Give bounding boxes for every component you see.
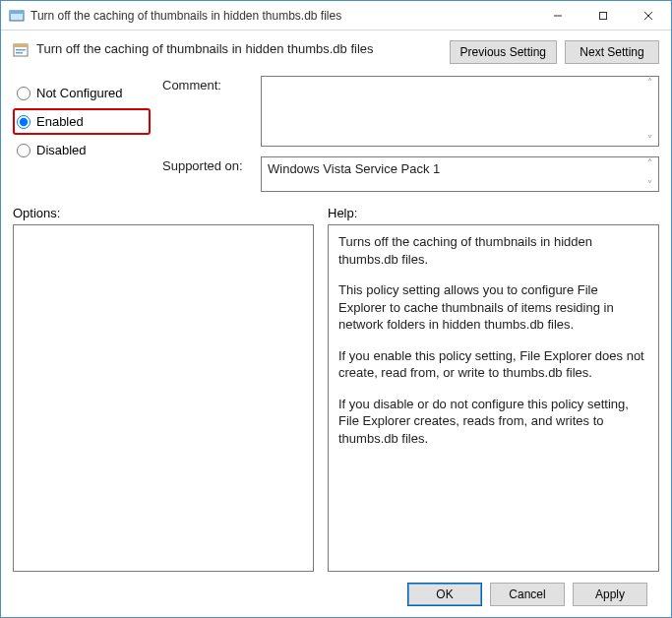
supported-label: Supported on: [162, 156, 253, 192]
comment-label: Comment: [162, 76, 253, 147]
radio-enabled-label: Enabled [36, 114, 84, 129]
options-pane [13, 224, 314, 572]
minimize-button[interactable] [535, 1, 580, 30]
radio-not-configured-input[interactable] [17, 87, 31, 100]
dialog-window: Turn off the caching of thumbnails in hi… [0, 0, 672, 618]
policy-icon [13, 42, 29, 58]
help-label: Help: [328, 206, 357, 220]
supported-row: Supported on: Windows Vista Service Pack… [162, 156, 659, 192]
radio-disabled[interactable]: Disabled [13, 137, 151, 163]
radio-disabled-input[interactable] [17, 144, 31, 157]
help-body: Turns off the caching of thumbnails in h… [329, 225, 658, 468]
window-controls [535, 1, 671, 30]
help-paragraph-3: If you enable this policy setting, File … [338, 347, 648, 382]
svg-rect-7 [14, 44, 28, 47]
maximize-button[interactable] [580, 1, 626, 30]
svg-rect-3 [600, 12, 607, 19]
header-row: Turn off the caching of thumbnails in hi… [13, 40, 659, 64]
apply-button[interactable]: Apply [573, 583, 647, 606]
content-area: Turn off the caching of thumbnails in hi… [1, 31, 671, 617]
app-icon [9, 8, 25, 24]
help-paragraph-1: Turns off the caching of thumbnails in h… [338, 233, 648, 268]
options-body [14, 225, 313, 241]
radio-disabled-label: Disabled [36, 143, 87, 157]
supported-value: Windows Vista Service Pack 1 [262, 157, 658, 180]
svg-rect-9 [16, 52, 23, 54]
help-paragraph-4: If you disable or do not configure this … [338, 396, 648, 448]
previous-setting-button[interactable]: Previous Setting [450, 40, 557, 64]
supported-field: Windows Vista Service Pack 1 ˄˅ [261, 156, 659, 192]
svg-rect-1 [10, 11, 24, 14]
close-button[interactable] [626, 1, 671, 30]
window-title: Turn off the caching of thumbnails in hi… [31, 9, 535, 23]
meta-column: Comment: ˄˅ Supported on: Windows Vista … [162, 76, 659, 192]
cancel-button[interactable]: Cancel [490, 583, 565, 606]
policy-title: Turn off the caching of thumbnails in hi… [36, 40, 442, 56]
state-radios: Not Configured Enabled Disabled [13, 76, 151, 192]
upper-section: Not Configured Enabled Disabled Comment:… [13, 76, 659, 192]
footer: OK Cancel Apply [13, 572, 659, 617]
panes: Turns off the caching of thumbnails in h… [13, 224, 659, 572]
help-paragraph-2: This policy setting allows you to config… [338, 281, 648, 334]
ok-button[interactable]: OK [407, 583, 482, 606]
radio-enabled[interactable]: Enabled [13, 108, 151, 135]
radio-not-configured[interactable]: Not Configured [13, 80, 151, 106]
radio-not-configured-label: Not Configured [36, 86, 122, 100]
pane-labels: Options: Help: [13, 206, 659, 220]
comment-scroll-icon: ˄˅ [642, 77, 656, 146]
comment-field[interactable]: ˄˅ [261, 76, 659, 147]
options-label: Options: [13, 206, 328, 220]
svg-rect-8 [16, 49, 26, 51]
radio-enabled-input[interactable] [17, 115, 31, 129]
comment-value [262, 77, 658, 85]
help-pane: Turns off the caching of thumbnails in h… [328, 224, 659, 572]
comment-row: Comment: ˄˅ [162, 76, 659, 147]
next-setting-button[interactable]: Next Setting [565, 40, 659, 64]
titlebar: Turn off the caching of thumbnails in hi… [1, 1, 671, 31]
